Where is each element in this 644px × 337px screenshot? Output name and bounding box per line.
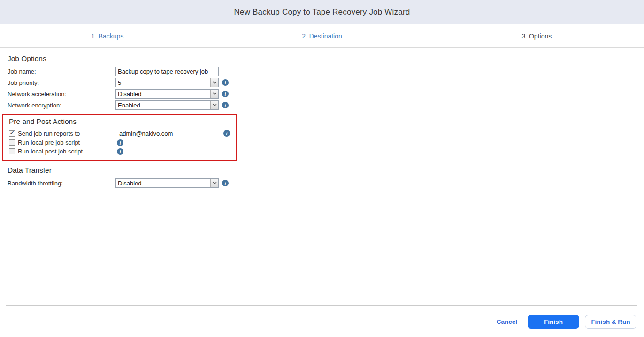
- finish-button[interactable]: Finish: [528, 315, 579, 329]
- bandwidth-throttling-select[interactable]: Disabled: [115, 178, 219, 188]
- step-label: 2. Destination: [302, 32, 342, 40]
- check-icon: ✔: [10, 130, 14, 136]
- wizard-steps: 1. Backups 2. Destination 3. Options: [0, 24, 644, 48]
- options-form: Job Options Job name: Job priority: 5 i …: [0, 48, 644, 188]
- info-icon[interactable]: i: [222, 102, 229, 108]
- step-tab-options[interactable]: 3. Options: [429, 24, 644, 47]
- send-reports-field-col: i: [117, 129, 230, 138]
- chevron-down-icon[interactable]: [210, 90, 218, 98]
- bandwidth-throttling-label: Bandwidth throttling:: [8, 180, 115, 187]
- pre-script-label-col: Run local pre job script: [9, 139, 117, 146]
- post-script-checkbox[interactable]: [9, 148, 15, 154]
- chevron-down-icon[interactable]: [210, 179, 218, 187]
- wizard-footer: Cancel Finish Finish & Run: [0, 305, 644, 337]
- info-icon[interactable]: i: [222, 91, 229, 97]
- chevron-down-icon[interactable]: [210, 101, 218, 109]
- bandwidth-throttling-row: Bandwidth throttling: Disabled i: [8, 178, 644, 188]
- send-reports-label[interactable]: Send job run reports to: [18, 130, 80, 137]
- post-script-field-col: i: [117, 148, 123, 155]
- job-priority-select[interactable]: 5: [115, 78, 219, 87]
- post-script-label-col: Run local post job script: [9, 148, 117, 155]
- network-acceleration-select[interactable]: Disabled: [115, 89, 219, 99]
- post-script-row: Run local post job script i: [9, 147, 236, 156]
- network-encryption-value: Enabled: [116, 102, 210, 109]
- pre-script-field-col: i: [117, 139, 123, 146]
- info-icon[interactable]: i: [117, 148, 123, 155]
- send-reports-checkbox[interactable]: ✔: [9, 130, 15, 137]
- send-reports-row: ✔ Send job run reports to i: [9, 129, 236, 138]
- pre-script-row: Run local pre job script i: [9, 138, 236, 147]
- step-tab-destination[interactable]: 2. Destination: [215, 24, 429, 47]
- job-priority-label: Job priority:: [8, 79, 115, 86]
- info-icon[interactable]: i: [117, 139, 123, 146]
- network-encryption-select[interactable]: Enabled: [115, 100, 219, 110]
- step-label: 3. Options: [521, 32, 552, 40]
- wizard-title: New Backup Copy to Tape Recovery Job Wiz…: [234, 8, 410, 17]
- job-priority-row: Job priority: 5 i: [8, 78, 644, 87]
- highlight-box: Pre and Post Actions ✔ Send job run repo…: [2, 114, 237, 161]
- step-tab-backups[interactable]: 1. Backups: [0, 24, 215, 47]
- network-acceleration-value: Disabled: [116, 91, 210, 98]
- cancel-button[interactable]: Cancel: [497, 318, 517, 325]
- network-encryption-label: Network encryption:: [8, 102, 115, 109]
- post-script-label[interactable]: Run local post job script: [18, 148, 83, 155]
- step-label: 1. Backups: [91, 32, 123, 40]
- job-options-heading: Job Options: [8, 54, 644, 63]
- network-acceleration-label: Network acceleration:: [8, 91, 115, 98]
- pre-script-checkbox[interactable]: [9, 139, 15, 146]
- pre-script-label[interactable]: Run local pre job script: [18, 139, 80, 146]
- info-icon[interactable]: i: [222, 180, 229, 186]
- wizard-title-bar: New Backup Copy to Tape Recovery Job Wiz…: [0, 0, 644, 24]
- footer-buttons: Cancel Finish Finish & Run: [0, 315, 644, 329]
- bandwidth-throttling-value: Disabled: [116, 180, 210, 187]
- send-reports-label-col: ✔ Send job run reports to: [9, 130, 117, 137]
- job-priority-value: 5: [116, 79, 210, 86]
- job-name-input[interactable]: [115, 67, 219, 76]
- pre-post-actions-heading: Pre and Post Actions: [9, 117, 236, 126]
- chevron-down-icon[interactable]: [210, 78, 218, 87]
- data-transfer-heading: Data Transfer: [8, 166, 644, 175]
- network-acceleration-row: Network acceleration: Disabled i: [8, 89, 644, 99]
- info-icon[interactable]: i: [223, 130, 230, 137]
- network-encryption-row: Network encryption: Enabled i: [8, 100, 644, 110]
- finish-and-run-button[interactable]: Finish & Run: [585, 315, 636, 329]
- info-icon[interactable]: i: [222, 79, 229, 86]
- job-name-label: Job name:: [8, 68, 115, 75]
- report-email-input[interactable]: [117, 129, 220, 138]
- footer-divider: [6, 305, 637, 306]
- job-name-row: Job name:: [8, 67, 644, 76]
